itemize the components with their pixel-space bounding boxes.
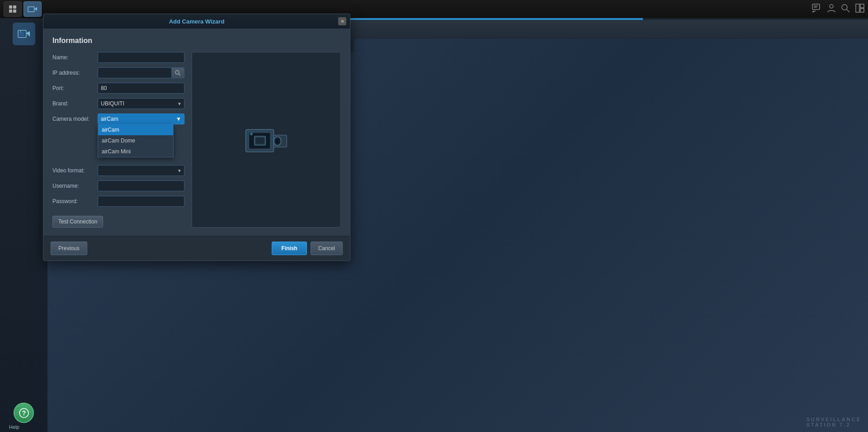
- finish-button[interactable]: Finish: [272, 242, 307, 255]
- svg-point-32: [275, 138, 280, 144]
- name-input[interactable]: [98, 52, 184, 63]
- cancel-button[interactable]: Cancel: [311, 242, 343, 255]
- camera-model-dropdown: airCam airCam Dome airCam Mini: [98, 124, 174, 157]
- layout-icon[interactable]: [855, 4, 864, 15]
- brand-select-wrapper: UBIQUITI ▼: [98, 98, 184, 109]
- camera-button[interactable]: [24, 1, 42, 17]
- sidebar: ? Help: [0, 18, 47, 432]
- help-button[interactable]: ?: [14, 403, 34, 423]
- camera-model-row: Camera model: airCam ▼ airCam airCam Dom…: [52, 114, 184, 124]
- svg-rect-0: [9, 5, 12, 9]
- taskbar-right: [812, 4, 864, 15]
- svg-point-10: [830, 5, 833, 8]
- video-format-select-wrapper: ▼: [98, 165, 184, 176]
- video-format-row: Video format: ▼: [52, 165, 184, 176]
- svg-marker-6: [34, 7, 37, 11]
- svg-line-23: [179, 74, 180, 76]
- watermark-line1: SURVEILLANCE: [807, 417, 861, 422]
- camera-model-arrow: ▼: [176, 116, 181, 122]
- ip-address-input-group: [98, 67, 184, 78]
- username-row: Username:: [52, 180, 184, 191]
- brand-label: Brand:: [52, 100, 98, 107]
- chat-icon[interactable]: [812, 4, 822, 15]
- grid-button[interactable]: [4, 1, 22, 17]
- dropdown-item-aircam[interactable]: airCam: [98, 124, 173, 135]
- dialog-title: Add Camera Wizard: [169, 18, 225, 25]
- video-format-label: Video format:: [52, 167, 98, 174]
- svg-point-11: [842, 5, 847, 10]
- dialog-content: Name: IP address:: [52, 52, 341, 228]
- ip-search-button[interactable]: [172, 67, 184, 78]
- camera-preview-area: [192, 52, 341, 228]
- svg-point-22: [175, 71, 179, 74]
- brand-select[interactable]: UBIQUITI: [98, 98, 184, 109]
- password-label: Password:: [52, 198, 98, 204]
- dialog-close-button[interactable]: ✕: [338, 17, 346, 25]
- help-label: Help: [9, 424, 19, 430]
- username-label: Username:: [52, 183, 98, 189]
- app-watermark: SURVEILLANCE STATION 7.2: [807, 417, 861, 427]
- svg-point-27: [250, 133, 253, 135]
- camera-model-value: airCam: [101, 116, 118, 122]
- ip-address-input[interactable]: [98, 67, 172, 78]
- ip-address-label: IP address:: [52, 70, 98, 76]
- watermark-line2: STATION 7.2: [807, 422, 861, 427]
- svg-rect-14: [860, 4, 864, 8]
- name-row: Name:: [52, 52, 184, 63]
- svg-marker-18: [26, 31, 30, 37]
- video-format-select[interactable]: [98, 165, 184, 176]
- svg-text:?: ?: [22, 409, 26, 417]
- dialog-section-title: Information: [52, 37, 341, 45]
- name-label: Name:: [52, 54, 98, 61]
- dialog-footer: Previous Finish Cancel: [43, 236, 350, 261]
- previous-button[interactable]: Previous: [51, 242, 87, 255]
- svg-rect-5: [29, 8, 33, 11]
- password-input[interactable]: [98, 196, 184, 207]
- password-row: Password:: [52, 196, 184, 207]
- ip-address-row: IP address:: [52, 67, 184, 78]
- svg-rect-13: [856, 4, 859, 12]
- svg-rect-7: [812, 4, 820, 9]
- search-icon[interactable]: [841, 4, 850, 15]
- svg-rect-29: [256, 138, 264, 143]
- username-input[interactable]: [98, 180, 184, 191]
- svg-line-12: [847, 9, 849, 12]
- camera-model-label: Camera model:: [52, 116, 98, 122]
- dialog-body: Information Name: IP address:: [43, 28, 350, 236]
- test-connection-button[interactable]: Test Connection: [52, 216, 103, 228]
- svg-point-19: [20, 31, 21, 33]
- add-camera-dialog: Add Camera Wizard ✕ Information Name: IP…: [43, 14, 350, 261]
- dialog-titlebar: Add Camera Wizard ✕: [43, 14, 350, 28]
- svg-rect-17: [19, 32, 24, 36]
- form-area: Name: IP address:: [52, 52, 184, 228]
- svg-rect-1: [13, 5, 16, 9]
- svg-rect-3: [13, 9, 16, 13]
- sidebar-camera-icon[interactable]: [13, 23, 35, 45]
- dropdown-item-aircam-dome[interactable]: airCam Dome: [98, 135, 173, 146]
- user-icon[interactable]: [827, 4, 835, 15]
- camera-model-select[interactable]: airCam ▼: [98, 114, 184, 124]
- port-row: Port:: [52, 83, 184, 94]
- svg-rect-15: [860, 9, 864, 12]
- port-input[interactable]: [98, 83, 184, 94]
- port-label: Port:: [52, 85, 98, 91]
- svg-rect-2: [9, 9, 12, 13]
- brand-row: Brand: UBIQUITI ▼: [52, 98, 184, 109]
- dropdown-item-aircam-mini[interactable]: airCam Mini: [98, 146, 173, 157]
